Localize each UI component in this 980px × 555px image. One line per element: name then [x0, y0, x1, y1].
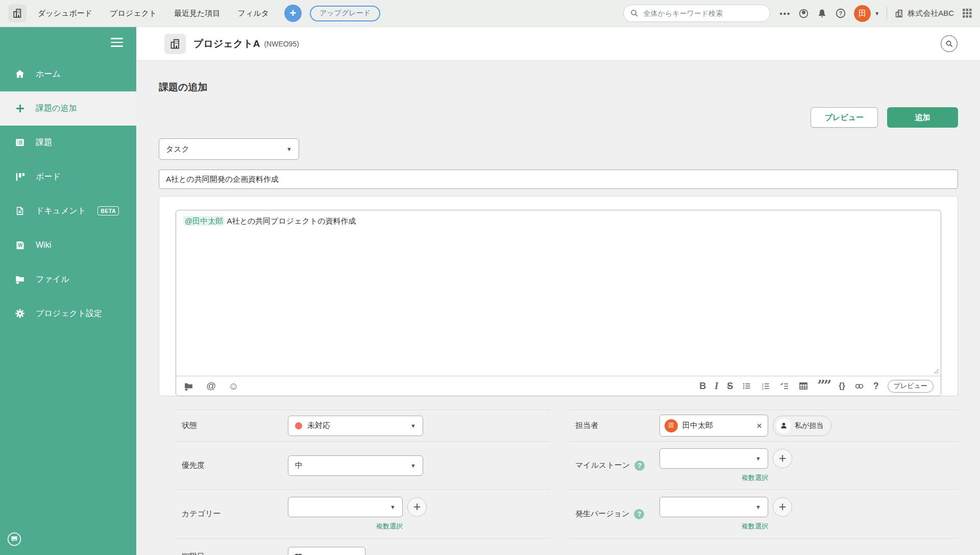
file-share-icon	[14, 274, 26, 285]
project-search-button[interactable]	[941, 35, 958, 52]
description-text: A社との共同プロジェクトの資料作成	[225, 216, 356, 225]
milestone-help-icon[interactable]: ?	[634, 461, 645, 471]
topbar-icons: ••• ? 田 ▼	[779, 5, 879, 22]
sidebar-item-add-issue[interactable]: 課題の追加	[0, 91, 136, 126]
mention-icon[interactable]: @	[206, 380, 216, 392]
mention-chip[interactable]: @田中太郎	[183, 216, 225, 226]
editor-preview-button[interactable]: プレビュー	[888, 380, 934, 393]
board-icon	[14, 172, 26, 182]
building-icon	[12, 8, 23, 19]
category-multi-select-link[interactable]: 複数選択	[288, 522, 403, 531]
category-select[interactable]: ▼	[288, 497, 403, 517]
check-list-icon[interactable]	[779, 381, 790, 391]
bold-icon[interactable]: B	[699, 381, 706, 392]
plus-icon: +	[413, 500, 421, 513]
sidebar-item-label: 課題	[36, 137, 52, 148]
assignee-select[interactable]: 田 田中太郎 ×	[659, 415, 768, 437]
chevron-down-icon: ▼	[390, 504, 396, 510]
add-issue-button[interactable]: 追加	[887, 107, 958, 128]
description-editor: @田中太郎 A社との共同プロジェクトの資料作成 @	[176, 210, 941, 396]
milestone-select[interactable]: ▼	[659, 448, 768, 469]
support-chat-button[interactable]	[7, 532, 21, 546]
apps-grid-icon[interactable]	[963, 9, 972, 18]
resize-handle[interactable]	[933, 368, 939, 374]
milestone-row: マイルストーン ? ▼ + 複数選択	[569, 442, 958, 490]
global-search-input[interactable]	[643, 9, 764, 17]
priority-select[interactable]: 中 ▼	[288, 455, 423, 476]
sidebar-item-files[interactable]: ファイル	[0, 262, 136, 297]
project-key: (NWEO95)	[264, 40, 299, 48]
watch-icon[interactable]	[798, 8, 809, 19]
plus-icon: +	[779, 500, 787, 513]
strikethrough-icon[interactable]: S	[727, 381, 733, 392]
assignee-avatar: 田	[665, 419, 678, 432]
link-icon[interactable]	[854, 381, 865, 392]
app-logo[interactable]	[8, 4, 27, 22]
upgrade-button[interactable]: アップグレード	[310, 6, 380, 21]
version-multi-select-link[interactable]: 複数選択	[659, 522, 768, 531]
sidebar-item-wiki[interactable]: W Wiki	[0, 228, 136, 262]
numbered-list-icon[interactable]: 123	[761, 381, 771, 391]
quote-icon[interactable]: ””	[817, 382, 830, 390]
collapse-sidebar-button[interactable]	[111, 38, 123, 47]
markdown-help-icon[interactable]: ?	[873, 381, 879, 392]
milestone-multi-select-link[interactable]: 複数選択	[659, 473, 768, 482]
sidebar-item-home[interactable]: ホーム	[0, 57, 136, 91]
nav-filter[interactable]: フィルタ	[238, 9, 269, 18]
account-menu[interactable]: 田 ▼	[854, 5, 879, 22]
notifications-bell-icon[interactable]	[817, 8, 827, 19]
add-category-button[interactable]: +	[407, 497, 427, 517]
nav-projects[interactable]: プロジェクト	[110, 9, 157, 18]
beta-badge: BETA	[97, 206, 119, 215]
sidebar-item-issues[interactable]: 課題	[0, 126, 136, 160]
category-row: カテゴリー ▼ + 複数選択	[175, 490, 550, 539]
plus-icon	[14, 103, 26, 114]
table-icon[interactable]	[798, 381, 808, 391]
home-icon	[14, 68, 26, 80]
sidebar-item-documents[interactable]: ドキュメント BETA	[0, 194, 136, 228]
add-milestone-button[interactable]: +	[773, 449, 792, 468]
version-help-icon[interactable]: ?	[634, 509, 644, 519]
status-color-dot	[295, 422, 302, 429]
sidebar-item-label: ドキュメント	[36, 206, 86, 216]
nav-recent[interactable]: 最近見た項目	[174, 9, 220, 18]
bullet-list-icon[interactable]	[742, 381, 752, 391]
chevron-down-icon: ▼	[410, 423, 416, 429]
description-textarea[interactable]: @田中太郎 A社との共同プロジェクトの資料作成	[176, 210, 941, 376]
issue-type-value: タスク	[166, 144, 189, 154]
status-select[interactable]: 未対応 ▼	[288, 416, 423, 436]
org-switcher[interactable]: 株式会社ABC	[894, 9, 954, 18]
attach-file-icon[interactable]	[183, 381, 194, 392]
chevron-down-icon: ▼	[286, 146, 292, 152]
version-select[interactable]: ▼	[659, 497, 768, 517]
preview-button[interactable]: プレビュー	[811, 107, 878, 128]
global-add-button[interactable]: +	[284, 5, 302, 22]
assign-to-me-button[interactable]: 私が担当	[773, 416, 831, 436]
svg-text:W: W	[17, 243, 22, 248]
issue-type-select[interactable]: タスク ▼	[159, 138, 299, 160]
add-version-button[interactable]: +	[773, 497, 792, 517]
chevron-down-icon: ▼	[755, 455, 761, 462]
clear-assignee-icon[interactable]: ×	[756, 421, 762, 430]
priority-value: 中	[295, 461, 303, 470]
help-icon[interactable]: ?	[835, 8, 846, 19]
italic-icon[interactable]: I	[715, 381, 718, 392]
sidebar-item-project-settings[interactable]: プロジェクト設定	[0, 297, 136, 331]
due-date-row: 期限日	[175, 539, 550, 555]
issue-title-input[interactable]	[159, 170, 958, 189]
project-title[interactable]: プロジェクトA	[193, 37, 260, 51]
code-icon[interactable]: {}	[839, 381, 845, 391]
global-search[interactable]	[623, 5, 770, 22]
svg-text:3: 3	[762, 388, 764, 391]
person-icon	[776, 419, 791, 433]
sidebar-item-label: ファイル	[36, 274, 69, 285]
emoji-icon[interactable]: ☺	[228, 380, 238, 392]
nav-dashboard[interactable]: ダッシュボード	[38, 9, 92, 18]
due-date-input[interactable]	[288, 547, 365, 555]
more-icon[interactable]: •••	[779, 9, 791, 18]
page-title: 課題の追加	[159, 81, 958, 94]
sidebar-item-board[interactable]: ボード	[0, 160, 136, 194]
search-icon	[630, 9, 639, 18]
version-row: 発生バージョン ? ▼ + 複数選択	[569, 490, 958, 539]
category-label: カテゴリー	[182, 509, 288, 519]
